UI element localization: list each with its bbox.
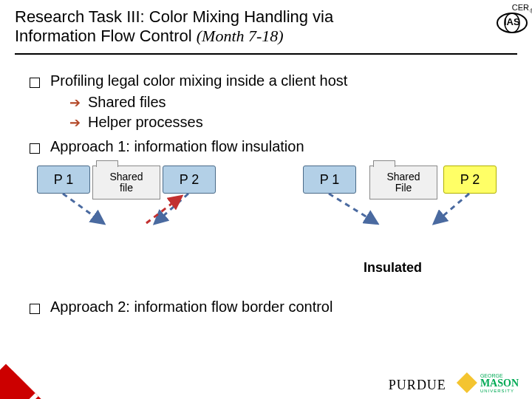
square-bullet-icon [30, 304, 40, 314]
arrow-bullet-icon: ➔ [69, 95, 81, 111]
mason-bot: UNIVERSITY [480, 389, 519, 393]
purdue-logo-text: PURDUE [389, 378, 446, 393]
square-bullet-icon [30, 78, 40, 88]
slide-header: Research Task III: Color Mixing Handling… [0, 0, 532, 49]
corner-stripe-icon [0, 364, 35, 399]
arrow-bullet-icon: ➔ [69, 115, 81, 131]
svg-line-3 [155, 194, 188, 223]
svg-line-4 [146, 197, 181, 223]
bullet-1: Profiling legal color mixing inside a cl… [30, 72, 510, 89]
title-line-1: Research Task III: Color Mixing Handling… [15, 7, 517, 27]
bullet-1-text: Profiling legal color mixing inside a cl… [50, 72, 347, 89]
bullet-1-sub-1: ➔ Shared files [69, 94, 510, 111]
square-bullet-icon [30, 143, 40, 154]
title-plain: Information Flow Control [15, 27, 197, 45]
bullet-3-text: Approach 2: information flow border cont… [50, 299, 332, 316]
ias-text: IAS [504, 16, 520, 27]
svg-line-2 [63, 194, 103, 223]
cer-text: CER [495, 3, 529, 12]
top-right-logo: CER IAS ® [495, 3, 529, 37]
bullet-3: Approach 2: information flow border cont… [30, 299, 510, 316]
mason-logo: GEORGE MASON UNIVERSITY [457, 372, 519, 393]
diagram-area: P 1 P 2 Shared file P 1 P 2 Shared File … [30, 166, 510, 291]
insulated-label: Insulated [364, 260, 422, 276]
svg-line-6 [434, 194, 469, 223]
footer-logos: PURDUE GEORGE MASON UNIVERSITY [389, 372, 519, 393]
title-italic: (Month 7-18) [197, 27, 284, 45]
bullet-2: Approach 1: information flow insulation [30, 138, 510, 155]
slide-content: Profiling legal color mixing inside a cl… [0, 55, 532, 316]
sub-text: Shared files [88, 94, 166, 111]
mason-icon [457, 372, 477, 393]
diagram-arrows [30, 166, 517, 291]
bullet-1-sub-2: ➔ Helper processes [69, 114, 510, 131]
svg-line-5 [329, 194, 377, 223]
mason-big: MASON [480, 378, 519, 389]
bullet-2-text: Approach 1: information flow insulation [50, 138, 304, 155]
sub-text: Helper processes [88, 114, 203, 131]
title-line-2: Information Flow Control (Month 7-18) [15, 27, 517, 46]
